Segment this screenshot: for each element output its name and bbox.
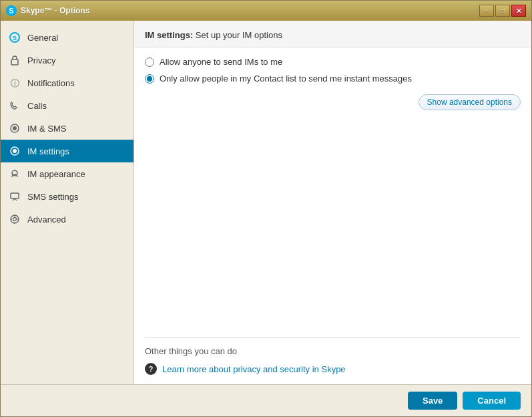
svg-rect-11 [11, 193, 19, 198]
content-header-text: IM settings: Set up your IM options [145, 30, 521, 40]
sidebar-item-privacy[interactable]: Privacy [1, 49, 134, 72]
content-header-description: Set up your IM options [193, 30, 282, 40]
radio-only-contacts-input[interactable] [145, 74, 154, 84]
show-advanced-options-button[interactable]: Show advanced options [419, 94, 521, 110]
radio-only-contacts-label: Only allow people in my Contact list to … [160, 74, 412, 84]
svg-text:S: S [13, 35, 17, 41]
sidebar-label-notifications: Notifications [27, 78, 75, 88]
sidebar-label-calls: Calls [27, 101, 47, 111]
svg-point-7 [13, 126, 17, 130]
content-body: Allow anyone to send IMs to me Only allo… [134, 47, 531, 384]
options-window: S Skype™ - Options – □ ✕ S General [0, 0, 532, 417]
window-controls: – □ ✕ [479, 5, 526, 17]
radio-only-contacts[interactable]: Only allow people in my Contact list to … [145, 74, 521, 84]
radio-allow-anyone-input[interactable] [145, 57, 154, 67]
content-panel: IM settings: Set up your IM options Allo… [134, 21, 531, 384]
radio-allow-anyone-label: Allow anyone to send IMs to me [160, 57, 282, 67]
other-things-title: Other things you can do [145, 346, 521, 356]
cancel-button[interactable]: Cancel [463, 392, 521, 410]
other-things-section: Other things you can do ? Learn more abo… [145, 337, 521, 375]
calls-icon [9, 100, 21, 112]
sidebar-label-advanced: Advanced [27, 215, 66, 225]
im-radio-group: Allow anyone to send IMs to me Only allo… [145, 57, 521, 84]
sidebar-label-general: General [27, 33, 58, 43]
sidebar-item-sms-settings[interactable]: SMS settings [1, 185, 134, 208]
sidebar-label-im-appearance: IM appearance [27, 169, 85, 179]
sidebar-item-calls[interactable]: Calls [1, 94, 134, 117]
restore-button[interactable]: □ [495, 5, 510, 17]
sidebar-item-general[interactable]: S General [1, 26, 134, 49]
radio-allow-anyone[interactable]: Allow anyone to send IMs to me [145, 57, 521, 67]
minimize-button[interactable]: – [479, 5, 494, 17]
main-content: S General Privacy ⓘ [1, 21, 531, 384]
sidebar-label-sms-settings: SMS settings [27, 192, 79, 202]
sidebar-label-im-settings: IM settings [27, 146, 69, 156]
sidebar: S General Privacy ⓘ [1, 21, 134, 384]
privacy-link-text: Learn more about privacy and security in… [162, 364, 346, 374]
footer: Save Cancel [1, 384, 531, 416]
sidebar-item-advanced[interactable]: Advanced [1, 208, 134, 231]
im-settings-icon [9, 145, 21, 157]
content-header: IM settings: Set up your IM options [134, 21, 531, 47]
general-icon: S [9, 31, 21, 43]
content-spacer [145, 117, 521, 332]
sidebar-label-privacy: Privacy [27, 55, 56, 65]
svg-rect-4 [11, 59, 18, 65]
svg-text:ⓘ: ⓘ [11, 78, 19, 88]
privacy-link[interactable]: ? Learn more about privacy and security … [145, 363, 521, 375]
sidebar-item-im-appearance[interactable]: IM appearance [1, 162, 134, 185]
advanced-icon [9, 213, 21, 225]
im-sms-icon [9, 122, 21, 134]
help-icon: ? [145, 363, 157, 375]
svg-text:S: S [9, 7, 13, 15]
sms-settings-icon [9, 190, 21, 202]
save-button[interactable]: Save [408, 392, 457, 410]
close-button[interactable]: ✕ [511, 5, 526, 17]
window-title: Skype™ - Options [21, 6, 479, 15]
notifications-icon: ⓘ [9, 77, 21, 89]
sidebar-item-im-sms[interactable]: IM & SMS [1, 117, 134, 140]
content-header-bold: IM settings: [145, 30, 193, 40]
svg-point-13 [13, 218, 17, 221]
title-bar: S Skype™ - Options – □ ✕ [1, 1, 531, 21]
sidebar-item-notifications[interactable]: ⓘ Notifications [1, 72, 134, 94]
svg-point-9 [13, 149, 17, 153]
app-icon: S [6, 5, 17, 16]
im-appearance-icon [9, 168, 21, 180]
sidebar-item-im-settings[interactable]: IM settings [1, 140, 134, 162]
sidebar-label-im-sms: IM & SMS [27, 124, 67, 134]
privacy-icon [9, 54, 21, 66]
